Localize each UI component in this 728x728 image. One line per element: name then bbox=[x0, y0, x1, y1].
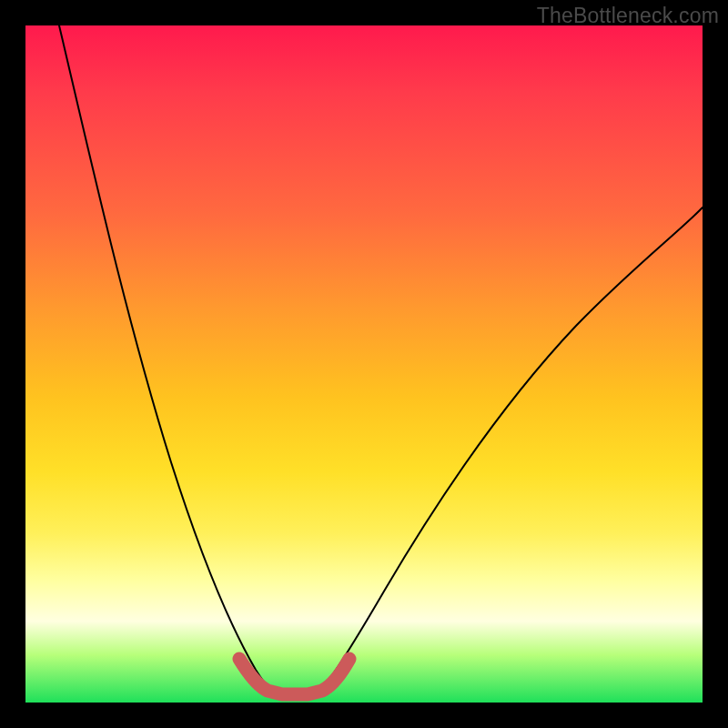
curve-left-branch bbox=[59, 25, 268, 686]
chart-frame: TheBottleneck.com bbox=[0, 0, 728, 728]
curve-right-branch bbox=[324, 207, 703, 686]
plot-area bbox=[25, 25, 703, 703]
valley-highlight bbox=[239, 659, 349, 694]
watermark-text: TheBottleneck.com bbox=[537, 4, 719, 28]
curve-layer bbox=[25, 25, 703, 703]
